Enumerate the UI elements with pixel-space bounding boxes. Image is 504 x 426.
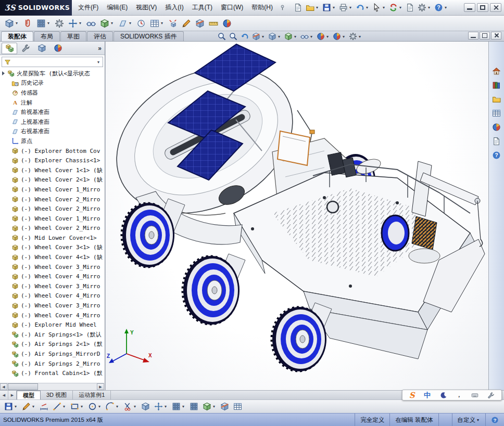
tree-item[interactable]: (-) Explorer Chassis<1> <box>0 156 104 165</box>
tab-assembly[interactable]: 装配体 <box>1 31 33 41</box>
tree-horizontal-scrollbar[interactable]: ◀ ▶ <box>0 383 104 390</box>
tree-item[interactable]: (-) Wheel Cover 1<1> (缺 <box>0 165 104 175</box>
new-file-button[interactable] <box>292 2 304 14</box>
options-button[interactable]: ▾ <box>416 2 433 14</box>
hide-show-items-button[interactable]: ▾ <box>299 31 315 42</box>
ime-mode-chinese[interactable]: 中 <box>424 391 431 400</box>
rectangle-button[interactable]: ▾ <box>69 401 85 412</box>
tree-item[interactable]: (-) Wheel Cover 3_Mirro <box>0 301 104 311</box>
design-table-button[interactable] <box>232 401 244 412</box>
menu-help[interactable]: 帮助(H) <box>247 0 277 15</box>
menu-tools[interactable]: 工具(T) <box>188 0 217 15</box>
edit-appearance-button[interactable]: ▾ <box>315 31 331 42</box>
menu-window[interactable]: 窗口(W) <box>217 0 247 15</box>
tree-item[interactable]: 注解 <box>0 98 104 108</box>
tree-item[interactable]: (-) Wheel Cover 2_Mirro <box>0 195 104 204</box>
tree-root-assembly[interactable]: 火星探险车 (默认<显示状态 <box>0 69 104 79</box>
tree-item[interactable]: (-) Wheel Cover 4_Mirro <box>0 311 104 320</box>
solidworks-resources-button[interactable] <box>490 64 503 77</box>
tab-motion-study[interactable]: 运动算例1 <box>73 391 111 399</box>
show-hidden-components-button[interactable] <box>85 17 97 30</box>
tree-item[interactable]: (-) Air Springs<1> (默认 <box>0 330 104 340</box>
view-orientation-button[interactable]: ▾ <box>267 31 283 42</box>
arc-button[interactable]: ▾ <box>104 401 121 412</box>
fullwidth-moon-icon[interactable] <box>440 392 447 399</box>
file-properties-button[interactable] <box>404 2 416 14</box>
featuremanager-tab[interactable] <box>2 43 17 54</box>
tree-item[interactable]: (-) Wheel Cover 2_Mirro <box>0 204 104 214</box>
tree-item[interactable]: (-) Wheel Cover 1_Mirro <box>0 185 104 195</box>
print-button[interactable]: ▾ <box>337 2 354 14</box>
view-settings-button[interactable]: ▾ <box>347 31 363 42</box>
ime-toolbar[interactable]: S 中 ， <box>402 390 502 401</box>
document-minimize-button[interactable] <box>468 32 478 40</box>
ime-punctuation[interactable]: ， <box>456 391 462 399</box>
sketch-button[interactable]: ▾ <box>20 401 37 412</box>
zoom-area-button[interactable] <box>228 31 239 42</box>
tab-evaluate[interactable]: 评估 <box>87 31 113 41</box>
tree-item[interactable]: (-) Wheel Cover 4_Mirro <box>0 291 104 301</box>
tab-layout[interactable]: 布局 <box>34 31 60 41</box>
tab-solidworks-addins[interactable]: SOLIDWORKS 插件 <box>114 31 184 41</box>
tree-item[interactable]: (-) Wheel Cover 3_Mirro <box>0 281 104 291</box>
custom-properties-button[interactable] <box>490 135 503 147</box>
tree-filter-field[interactable]: ▾ <box>2 57 103 67</box>
bill-of-materials-button[interactable]: ▾ <box>148 17 166 30</box>
smart-fasteners-button[interactable] <box>53 17 66 30</box>
scroll-right-arrow[interactable]: ▶ <box>97 383 104 390</box>
tree-item[interactable]: 右视基准面 <box>0 127 104 137</box>
tree-item[interactable]: (-) Wheel Cover 1_Mirro <box>0 214 104 224</box>
panel-overflow-chevron[interactable]: » <box>98 45 103 52</box>
tree-item[interactable]: (-) Explorer Bottom Cov <box>0 146 104 156</box>
window-minimize-button[interactable] <box>464 3 475 12</box>
tree-item[interactable]: (-) Air Springs_MirrorD <box>0 349 104 359</box>
tab-model[interactable]: 模型 <box>17 391 41 399</box>
mate-button[interactable] <box>21 17 34 30</box>
graphics-viewport[interactable]: Y X Z <box>106 42 488 390</box>
insert-component-button[interactable]: ▾ <box>3 17 20 30</box>
line-button[interactable]: ▾ <box>51 401 68 412</box>
save-button[interactable]: ▾ <box>321 2 337 14</box>
document-close-button[interactable] <box>491 32 501 40</box>
tree-item[interactable]: (-) Wheel Cover 2<1> (缺 <box>0 175 104 185</box>
display-style-button[interactable]: ▾ <box>201 401 218 412</box>
mass-properties-button[interactable] <box>221 17 233 30</box>
solidworks-forum-button[interactable] <box>490 149 503 161</box>
propertymanager-tab[interactable] <box>18 43 33 54</box>
mirror-entities-button[interactable]: ▾ <box>153 401 169 412</box>
scrollbar-thumb[interactable] <box>8 383 38 390</box>
configurationmanager-tab[interactable] <box>34 43 49 54</box>
tree-item[interactable]: 传感器 <box>0 88 104 98</box>
menu-edit[interactable]: 编辑(E) <box>103 0 132 15</box>
sogou-logo[interactable]: S <box>409 391 415 400</box>
displaymanager-tab[interactable] <box>50 43 66 54</box>
rebuild-button[interactable]: ▾ <box>387 2 404 14</box>
tree-item[interactable]: (-) Wheel Cover 2_Mirro <box>0 224 104 234</box>
convert-entities-button[interactable] <box>140 401 152 412</box>
explode-line-sketch-button[interactable] <box>180 17 193 30</box>
display-grid-button[interactable] <box>188 401 200 412</box>
scroll-left-arrow[interactable]: ◀ <box>0 383 7 390</box>
new-motion-study-button[interactable] <box>135 17 147 30</box>
smart-dimension-button[interactable] <box>38 401 50 412</box>
measure-button[interactable] <box>207 17 220 30</box>
tree-item[interactable]: 前视基准面 <box>0 107 104 117</box>
circle-button[interactable]: ▾ <box>86 401 103 412</box>
display-style-button[interactable]: ▾ <box>283 31 299 42</box>
toolbox-wrench-icon[interactable] <box>487 392 495 399</box>
file-explorer-button[interactable] <box>490 93 503 105</box>
menu-insert[interactable]: 插入(I) <box>161 0 187 15</box>
tab-scroll-right-arrow[interactable]: ▶ <box>8 391 17 399</box>
linear-component-pattern-button[interactable]: ▾ <box>35 17 52 30</box>
tree-item[interactable]: 历史记录 <box>0 79 104 88</box>
keyboard-icon[interactable] <box>471 392 478 399</box>
select-button[interactable]: ▾ <box>371 2 387 14</box>
menu-pin-icon[interactable] <box>279 4 286 11</box>
window-close-button[interactable] <box>490 3 501 12</box>
tree-item[interactable]: (-) Air Springs 2_Mirro <box>0 359 104 369</box>
customize-menu-button[interactable]: 自定义 ▾ <box>452 414 486 426</box>
tree-item[interactable]: (-) Frontal Cabin<1> (默 <box>0 368 104 378</box>
tree-item[interactable]: 上视基准面 <box>0 117 104 127</box>
interference-detection-button[interactable] <box>194 17 206 30</box>
reference-geometry-button[interactable]: ▾ <box>117 17 134 30</box>
